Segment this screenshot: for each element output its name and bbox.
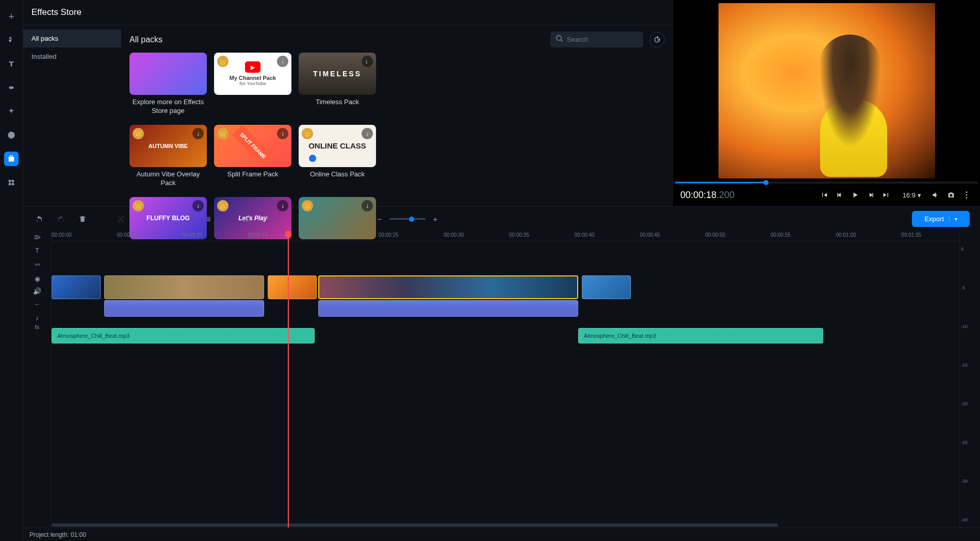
browser-title: Effects Store bbox=[23, 0, 673, 25]
add-track-button[interactable] bbox=[23, 232, 51, 242]
marker-button[interactable] bbox=[262, 214, 273, 225]
ruler-tick: 00:00:40 bbox=[575, 232, 595, 238]
ruler-tick: 00:00:25 bbox=[379, 232, 399, 238]
effects-browser: Effects Store All packs Installed All pa… bbox=[23, 0, 673, 206]
pack-thumb[interactable]: 👑↓AUTUMN VIBE bbox=[129, 125, 207, 167]
zoom-slider[interactable]: − + bbox=[374, 214, 441, 225]
volume-button[interactable] bbox=[929, 189, 942, 201]
search-box[interactable]: × bbox=[550, 31, 643, 47]
ruler-tick: 00:00:15 bbox=[248, 232, 268, 238]
pack-card-split[interactable]: 👑↓SPLIT FRAMESplit Frame Pack bbox=[214, 125, 291, 188]
download-icon[interactable]: ↓ bbox=[277, 200, 288, 211]
skip-start-button[interactable] bbox=[818, 189, 830, 201]
meter-db-label: -20 bbox=[961, 401, 979, 406]
music-clip[interactable]: Atmosphere_Chill_Beat.mp3 bbox=[52, 328, 315, 343]
video-track-head[interactable]: ◉ 🔊 ← bbox=[23, 270, 51, 313]
download-icon[interactable]: ↓ bbox=[277, 128, 288, 139]
text-icon[interactable] bbox=[4, 57, 19, 71]
step-forward-button[interactable] bbox=[864, 189, 877, 201]
time-ruler[interactable]: 00:00:0000:00:0500:00:1000:00:1500:00:20… bbox=[52, 231, 959, 241]
packs-title: All packs bbox=[129, 35, 162, 44]
ruler-tick: 00:00:55 bbox=[771, 232, 791, 238]
refresh-button[interactable] bbox=[649, 32, 665, 47]
skip-end-button[interactable] bbox=[880, 189, 892, 201]
pack-card-channel[interactable]: 👑↓▶My Channel Packfor YouTube bbox=[214, 53, 291, 116]
music-track[interactable]: Atmosphere_Chill_Beat.mp3Atmosphere_Chil… bbox=[52, 328, 959, 345]
eye-icon[interactable]: ◉ bbox=[35, 275, 40, 283]
text-track-head[interactable]: T bbox=[23, 242, 51, 258]
download-icon[interactable]: ↓ bbox=[277, 56, 288, 67]
pack-thumb[interactable]: ↓TIMELESS bbox=[299, 53, 376, 95]
timeline-scrollbar[interactable] bbox=[52, 522, 959, 528]
search-input[interactable] bbox=[567, 36, 654, 43]
pack-thumb[interactable]: 👑↓SPLIT FRAME bbox=[214, 125, 291, 167]
premium-badge-icon: 👑 bbox=[217, 56, 228, 67]
music-icon[interactable] bbox=[4, 33, 19, 47]
video-track[interactable] bbox=[52, 275, 959, 318]
pack-thumb[interactable]: 👑↓▶My Channel Packfor YouTube bbox=[214, 53, 291, 95]
download-icon[interactable]: ↓ bbox=[192, 200, 204, 211]
undo-button[interactable] bbox=[34, 214, 45, 225]
premium-badge-icon: 👑 bbox=[302, 128, 313, 139]
pack-card-explore[interactable]: Explore more on Effects Store page bbox=[129, 53, 207, 116]
video-clip[interactable] bbox=[582, 275, 631, 299]
video-clip[interactable] bbox=[318, 275, 578, 299]
download-icon[interactable]: ↓ bbox=[362, 200, 373, 211]
linked-audio-clip[interactable] bbox=[318, 300, 578, 317]
video-clip[interactable] bbox=[268, 275, 317, 299]
playhead[interactable] bbox=[288, 231, 289, 528]
sparkle-icon[interactable] bbox=[4, 104, 19, 119]
step-back-button[interactable] bbox=[834, 189, 846, 201]
preview-frame[interactable] bbox=[718, 3, 935, 178]
video-clip[interactable] bbox=[52, 275, 101, 299]
linked-audio-clip[interactable] bbox=[104, 300, 264, 317]
ruler-tick: 00:00:05 bbox=[117, 232, 137, 238]
plus-icon[interactable] bbox=[4, 9, 19, 24]
pack-thumb[interactable] bbox=[129, 53, 207, 95]
video-clip[interactable] bbox=[104, 275, 264, 299]
aspect-ratio-select[interactable]: 16:9 ▾ bbox=[903, 191, 921, 199]
link-track-head[interactable]: ⇿ bbox=[23, 258, 51, 270]
chevron-down-icon: ▾ bbox=[949, 216, 957, 222]
download-icon[interactable]: ↓ bbox=[192, 128, 204, 139]
pack-thumb[interactable]: 👑↓ONLINE CLASS bbox=[299, 125, 376, 167]
pack-card-timeless[interactable]: ↓TIMELESSTimeless Pack bbox=[299, 53, 376, 116]
pack-label: Timeless Pack bbox=[299, 98, 376, 107]
transition-button[interactable] bbox=[240, 214, 251, 225]
clock-icon[interactable] bbox=[4, 128, 19, 142]
play-button[interactable] bbox=[849, 189, 861, 201]
category-installed[interactable]: Installed bbox=[23, 47, 121, 65]
link-icon[interactable]: ← bbox=[34, 300, 41, 308]
more-button[interactable] bbox=[960, 189, 973, 201]
cut-button[interactable] bbox=[115, 214, 126, 225]
transitions-icon[interactable] bbox=[4, 80, 19, 95]
preview-scrubber[interactable] bbox=[675, 182, 978, 184]
elements-icon[interactable] bbox=[4, 175, 19, 190]
download-icon[interactable]: ↓ bbox=[362, 56, 373, 67]
meter-db-label: -5 bbox=[961, 285, 979, 290]
meter-db-label: -10 bbox=[961, 324, 979, 329]
timecode: 00:00:18.200 bbox=[680, 190, 734, 201]
audio-track-head[interactable]: ♪ fx bbox=[23, 313, 51, 331]
bag-icon[interactable] bbox=[4, 152, 19, 166]
music-clip[interactable]: Atmosphere_Chill_Beat.mp3 bbox=[578, 328, 823, 343]
speaker-icon[interactable]: 🔊 bbox=[33, 287, 41, 295]
snapshot-button[interactable] bbox=[945, 189, 957, 201]
pack-card-online[interactable]: 👑↓ONLINE CLASSOnline Class Pack bbox=[299, 125, 376, 188]
pack-label: Explore more on Effects Store page bbox=[129, 98, 207, 116]
zoom-in-button[interactable]: + bbox=[430, 214, 441, 225]
download-icon[interactable]: ↓ bbox=[362, 128, 373, 139]
pack-card-autumn[interactable]: 👑↓AUTUMN VIBEAutumn Vibe Overlay Pack bbox=[129, 125, 207, 188]
redo-button[interactable] bbox=[55, 214, 67, 225]
ruler-tick: 00:00:10 bbox=[182, 232, 202, 238]
preview-viewport bbox=[673, 0, 980, 182]
ruler-tick: 00:00:00 bbox=[52, 232, 72, 238]
export-button[interactable]: Export ▾ bbox=[912, 211, 970, 227]
ruler-tick: 00:00:20 bbox=[313, 232, 333, 238]
ruler-tick: 00:00:30 bbox=[444, 232, 464, 238]
delete-button[interactable] bbox=[77, 214, 88, 225]
meter-db-label: -25 bbox=[961, 440, 979, 445]
meter-db-label: -30 bbox=[961, 479, 979, 484]
timeline: T ⇿ ◉ 🔊 ← ♪ fx 00:00:0000:00:0500:00:100… bbox=[23, 231, 980, 528]
category-all-packs[interactable]: All packs bbox=[23, 29, 121, 47]
